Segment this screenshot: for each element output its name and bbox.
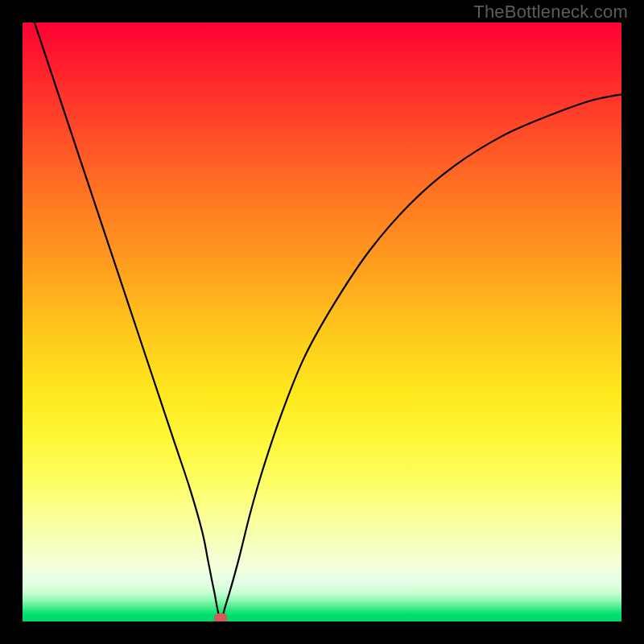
chart-container: TheBottleneck.com: [0, 0, 644, 644]
plot-area: [23, 23, 621, 621]
bottleneck-curve-line: [35, 23, 621, 619]
curve-layer: [23, 23, 621, 621]
minimum-marker: [214, 613, 227, 621]
watermark-text: TheBottleneck.com: [473, 2, 628, 23]
